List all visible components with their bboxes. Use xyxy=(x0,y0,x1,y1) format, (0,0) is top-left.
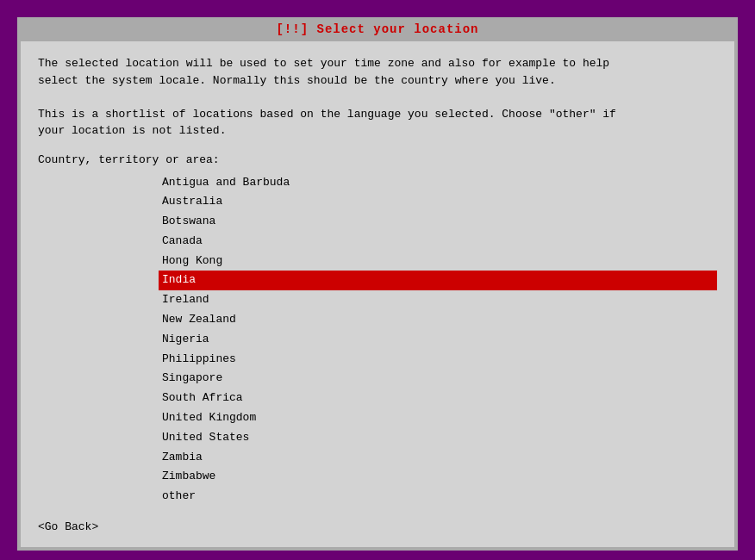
country-item[interactable]: Philippines xyxy=(159,350,717,370)
country-item[interactable]: India xyxy=(159,271,717,290)
country-item[interactable]: South Africa xyxy=(159,389,717,408)
outer-border: [!!] Select your location The selected l… xyxy=(17,17,738,551)
desc-line2: select the system locale. Normally this … xyxy=(38,72,717,90)
country-item[interactable]: Hong Kong xyxy=(159,252,717,271)
dialog-title: Select your location xyxy=(316,22,478,36)
go-back-button[interactable]: <Go Back> xyxy=(38,520,717,533)
country-item[interactable]: Antigua and Barbuda xyxy=(159,173,717,193)
desc-line4: This is a shortlist of locations based o… xyxy=(38,106,717,123)
description-text: The selected location will be used to se… xyxy=(38,55,717,140)
prompt-label: Country, territory or area: xyxy=(38,153,717,166)
country-item[interactable]: Zambia xyxy=(159,448,717,468)
desc-line5: your location is not listed. xyxy=(38,122,717,140)
country-item[interactable]: Zimbabwe xyxy=(159,467,717,487)
desc-line1: The selected location will be used to se… xyxy=(38,55,717,72)
country-item[interactable]: Canada xyxy=(159,232,717,252)
inner-box: The selected location will be used to se… xyxy=(21,41,734,547)
country-item[interactable]: New Zealand xyxy=(159,310,717,330)
country-item[interactable]: United States xyxy=(159,428,717,448)
country-item[interactable]: Australia xyxy=(159,192,717,212)
title-bar: [!!] Select your location xyxy=(19,19,736,40)
country-item[interactable]: Nigeria xyxy=(159,330,717,350)
desc-line3 xyxy=(38,89,717,106)
country-item[interactable]: United Kingdom xyxy=(159,408,717,428)
title-prefix: [!!] xyxy=(276,22,316,36)
country-list: Antigua and BarbudaAustraliaBotswanaCana… xyxy=(159,173,717,507)
country-item[interactable]: Ireland xyxy=(159,290,717,310)
country-item[interactable]: Botswana xyxy=(159,212,717,232)
country-item[interactable]: Singapore xyxy=(159,369,717,389)
country-item[interactable]: other xyxy=(159,487,717,507)
